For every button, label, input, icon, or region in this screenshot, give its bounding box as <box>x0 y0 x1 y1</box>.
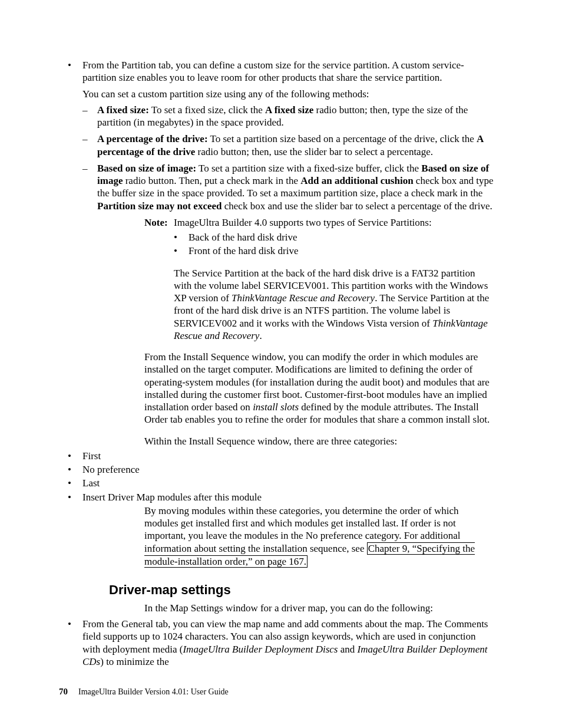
cat-last: Last <box>68 477 494 489</box>
note-bullet-1: Back of the hard disk drive <box>174 231 494 243</box>
i: ImageUltra Builder Deployment Discs <box>183 644 338 655</box>
t: To set a partition size based on a perce… <box>208 133 477 144</box>
note-label: Note: <box>144 216 174 342</box>
cat-insert-driver: Insert Driver Map modules after this mod… <box>68 491 494 503</box>
s: Add an additional cushion <box>300 175 413 186</box>
method-fixed-size: A fixed size: To set a fixed size, click… <box>82 104 494 129</box>
section-heading: Driver-map settings <box>109 582 494 598</box>
driver-map-general-item: From the General tab, you can view the m… <box>68 618 494 668</box>
i: install slots <box>253 401 299 413</box>
partition-tab-list: From the Partition tab, you can define a… <box>68 59 494 212</box>
partition-methods-lead: You can set a custom partition size usin… <box>82 88 494 100</box>
note-block: Note: ImageUltra Builder 4.0 supports tw… <box>144 216 494 342</box>
s: Partition size may not exceed <box>97 200 222 212</box>
cat-nopref: No preference <box>68 463 494 476</box>
page-number: 70 <box>59 687 68 696</box>
method-label: Based on size of image: <box>97 163 196 174</box>
t: . <box>259 330 262 341</box>
driver-map-list: From the General tab, you can view the m… <box>68 618 494 668</box>
method-size-of-image: Based on size of image: To set a partiti… <box>82 162 494 212</box>
note-line: ImageUltra Builder 4.0 supports two type… <box>174 216 494 229</box>
cat-first: First <box>68 450 494 462</box>
s: A fixed size <box>265 104 313 116</box>
method-label: A fixed size: <box>97 104 149 116</box>
footer-title: ImageUltra Builder Version 4.01: User Gu… <box>78 687 229 696</box>
page: From the Partition tab, you can define a… <box>0 0 562 728</box>
page-footer: 70ImageUltra Builder Version 4.01: User … <box>59 686 229 697</box>
t: To set a fixed size, click the <box>149 104 265 116</box>
driver-map-intro: In the Map Settings window for a driver … <box>144 602 494 614</box>
note-para: The Service Partition at the back of the… <box>174 267 494 342</box>
t: ) to minimize the <box>100 656 169 667</box>
t: radio button; then, use the slider bar t… <box>195 146 433 157</box>
partition-tab-intro: From the Partition tab, you can define a… <box>82 59 494 84</box>
t: and <box>338 644 357 655</box>
note-bullets: Back of the hard disk drive Front of the… <box>174 231 494 258</box>
method-percentage: A percentage of the drive: To set a part… <box>82 133 494 158</box>
install-seq-p1: From the Install Sequence window, you ca… <box>144 351 494 426</box>
t: check box and use the slider bar to sele… <box>222 200 492 212</box>
t: To set a partition size with a fixed-siz… <box>196 163 421 174</box>
t: radio button. Then, put a check mark in … <box>123 175 300 186</box>
partition-methods-list: A fixed size: To set a fixed size, click… <box>82 104 494 212</box>
install-seq-cats: First No preference Last Insert Driver M… <box>68 450 494 503</box>
install-seq-p2: Within the Install Sequence window, ther… <box>144 435 494 447</box>
install-seq-p3: By moving modules within these categorie… <box>144 505 494 569</box>
partition-tab-item: From the Partition tab, you can define a… <box>68 59 494 212</box>
method-label: A percentage of the drive: <box>97 133 208 144</box>
i: ThinkVantage Rescue and Recovery <box>232 292 375 304</box>
note-bullet-2: Front of the hard disk drive <box>174 245 494 257</box>
